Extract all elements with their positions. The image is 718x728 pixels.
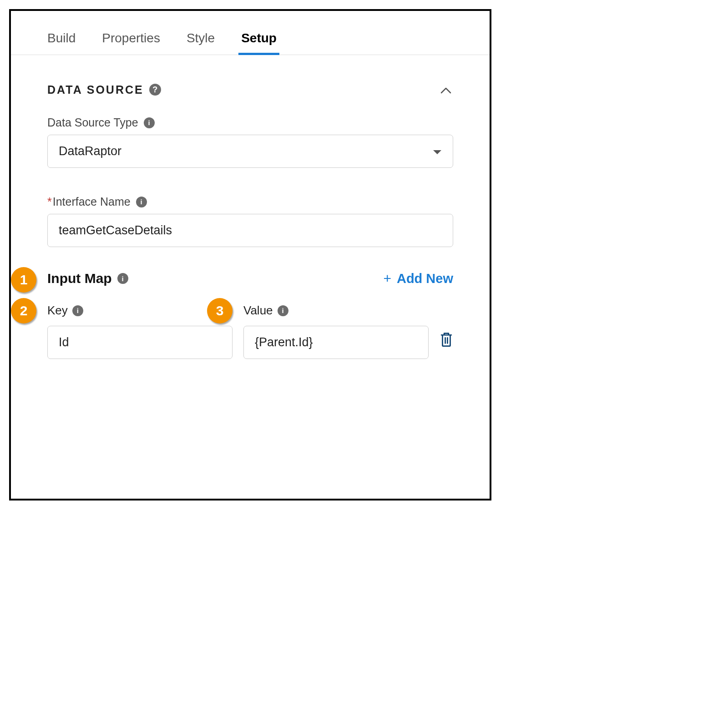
input-map-row: 2 Key i 3 Value i	[47, 303, 453, 359]
delete-row-button[interactable]	[440, 332, 453, 359]
key-column: 2 Key i	[47, 303, 233, 359]
data-source-title-wrap: DATA SOURCE ?	[47, 83, 161, 96]
info-icon[interactable]: i	[144, 117, 155, 128]
setup-content: DATA SOURCE ? Data Source Type i DataRap…	[11, 55, 490, 359]
data-source-type-field: Data Source Type i DataRaptor	[47, 116, 453, 168]
key-label: Key	[47, 303, 68, 318]
value-input[interactable]	[243, 326, 429, 359]
callout-badge-1: 1	[11, 267, 36, 293]
data-source-type-label: Data Source Type	[47, 116, 138, 129]
tab-setup[interactable]: Setup	[241, 25, 277, 55]
data-source-type-select[interactable]: DataRaptor	[47, 135, 453, 168]
plus-icon: +	[383, 271, 391, 286]
input-map-title: Input Map	[47, 271, 112, 286]
tab-style[interactable]: Style	[187, 25, 215, 55]
callout-badge-3: 3	[207, 298, 233, 324]
info-icon[interactable]: i	[72, 305, 83, 316]
interface-name-label-row: *Interface Name i	[47, 195, 453, 208]
tab-properties[interactable]: Properties	[102, 25, 160, 55]
tab-build[interactable]: Build	[47, 25, 76, 55]
callout-badge-2: 2	[11, 298, 36, 324]
info-icon[interactable]: i	[278, 305, 288, 316]
key-input[interactable]	[47, 326, 233, 359]
trash-icon	[440, 332, 453, 347]
setup-panel-frame: Build Properties Style Setup DATA SOURCE…	[9, 9, 491, 500]
tab-bar: Build Properties Style Setup	[11, 25, 490, 55]
chevron-down-icon	[433, 144, 442, 158]
data-source-title: DATA SOURCE	[47, 83, 144, 96]
input-map-header: 1 Input Map i + Add New	[47, 271, 453, 286]
help-icon[interactable]: ?	[149, 84, 161, 96]
value-column: 3 Value i	[243, 303, 429, 359]
info-icon[interactable]: i	[117, 273, 128, 284]
interface-name-input[interactable]	[47, 214, 453, 247]
value-label: Value	[243, 303, 273, 318]
input-map-title-wrap: 1 Input Map i	[47, 271, 128, 286]
chevron-up-icon[interactable]	[440, 82, 453, 97]
key-label-row: Key i	[47, 303, 233, 318]
data-source-type-value: DataRaptor	[59, 144, 121, 158]
data-source-type-label-row: Data Source Type i	[47, 116, 453, 129]
value-label-row: Value i	[243, 303, 429, 318]
info-icon[interactable]: i	[136, 197, 147, 207]
interface-name-field: *Interface Name i	[47, 195, 453, 247]
required-indicator: *	[47, 195, 52, 208]
interface-name-label-text: *Interface Name	[47, 195, 131, 208]
interface-name-label: Interface Name	[53, 195, 131, 208]
data-source-header: DATA SOURCE ?	[47, 82, 453, 97]
add-new-label: Add New	[397, 271, 453, 286]
add-new-button[interactable]: + Add New	[383, 271, 453, 286]
